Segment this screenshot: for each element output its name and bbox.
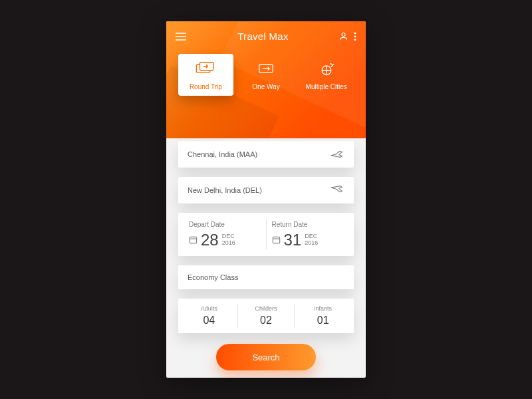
pax-adults[interactable]: Adults 04: [181, 304, 237, 328]
profile-icon[interactable]: [338, 31, 348, 41]
svg-rect-11: [190, 237, 196, 243]
top-bar: Travel Max: [166, 21, 366, 42]
pax-children-value: 02: [241, 315, 292, 327]
return-day: 31: [284, 232, 302, 248]
pax-adults-label: Adults: [184, 305, 235, 312]
tab-label: Multiple Cities: [306, 83, 347, 90]
pax-children[interactable]: Childers 02: [237, 304, 295, 328]
depart-label: Depart Date: [189, 221, 261, 228]
menu-icon[interactable]: [176, 32, 188, 41]
plane-arrive-icon: [330, 185, 344, 196]
app-title: Travel Max: [237, 31, 289, 42]
to-value: New Delhi, India (DEL): [188, 186, 262, 194]
svg-point-4: [354, 32, 356, 34]
ticket-oneway-icon: [255, 61, 277, 79]
more-icon[interactable]: [354, 32, 356, 41]
pax-infants[interactable]: infants 01: [294, 304, 351, 328]
svg-point-3: [342, 33, 345, 37]
pax-infants-value: 01: [297, 315, 348, 327]
tab-label: One Way: [252, 83, 279, 90]
ticket-roundtrip-icon: [194, 61, 217, 79]
plane-depart-icon: [330, 149, 344, 160]
cabin-class-value: Economy Class: [188, 273, 238, 281]
pax-infants-label: infants: [297, 305, 348, 312]
depart-date[interactable]: Depart Date 28 DEC 2016: [184, 219, 266, 249]
tab-round-trip[interactable]: Round Trip: [178, 54, 233, 96]
trip-type-tabs: Round Trip One Way: [166, 42, 366, 96]
tab-one-way[interactable]: One Way: [239, 54, 294, 96]
return-month-year: DEC 2016: [305, 233, 318, 247]
passengers-field[interactable]: Adults 04 Childers 02 infants 01: [178, 299, 354, 333]
search-button-label: Search: [252, 352, 279, 362]
globe-plane-icon: [315, 61, 338, 79]
search-button[interactable]: Search: [216, 344, 316, 370]
hero-section: Travel Max: [166, 21, 366, 138]
return-date[interactable]: Return Date 31 DEC 2016: [266, 219, 349, 249]
svg-rect-13: [273, 237, 279, 243]
tab-multi-city[interactable]: Multiple Cities: [299, 54, 354, 96]
cabin-class-field[interactable]: Economy Class: [178, 265, 354, 289]
return-label: Return Date: [272, 221, 344, 228]
app-screen: Travel Max: [166, 21, 366, 378]
svg-point-6: [354, 39, 356, 41]
from-value: Chennai, India (MAA): [188, 150, 257, 158]
topbar-right: [338, 31, 356, 41]
tab-label: Round Trip: [190, 83, 222, 90]
svg-point-5: [354, 35, 356, 37]
dates-field[interactable]: Depart Date 28 DEC 2016 Return Date: [178, 213, 354, 256]
depart-month-year: DEC 2016: [222, 233, 235, 247]
from-field[interactable]: Chennai, India (MAA): [178, 141, 354, 168]
calendar-icon: [189, 235, 198, 245]
calendar-icon: [272, 235, 281, 245]
depart-day: 28: [201, 232, 219, 248]
form-area: Chennai, India (MAA) New Delhi, India (D…: [166, 141, 366, 378]
pax-adults-value: 04: [184, 315, 235, 327]
pax-children-label: Childers: [241, 305, 292, 312]
to-field[interactable]: New Delhi, India (DEL): [178, 177, 354, 203]
